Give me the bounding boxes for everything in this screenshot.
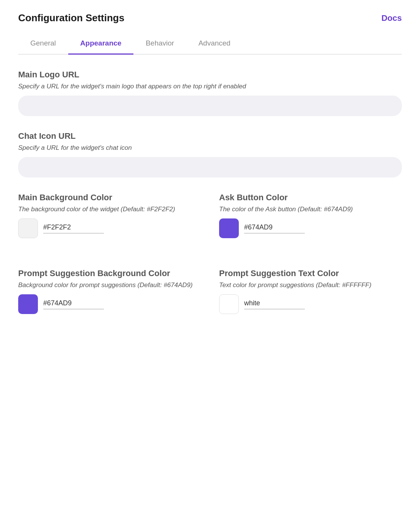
- page-header: Configuration Settings Docs: [18, 12, 402, 24]
- main-logo-desc: Specify a URL for the widget's main logo…: [18, 83, 402, 90]
- prompt-text-color-field: [219, 294, 402, 314]
- ask-button-color-title: Ask Button Color: [219, 193, 402, 203]
- main-bg-color-section: Main Background Color The background col…: [18, 193, 201, 238]
- tab-general[interactable]: General: [18, 33, 68, 55]
- prompt-text-color-input[interactable]: [244, 299, 305, 309]
- main-bg-color-input[interactable]: [43, 223, 104, 234]
- color-row-1: Main Background Color The background col…: [18, 193, 402, 253]
- prompt-text-color-section: Prompt Suggestion Text Color Text color …: [219, 269, 402, 314]
- prompt-bg-color-input[interactable]: [43, 299, 104, 309]
- docs-link[interactable]: Docs: [381, 13, 402, 23]
- chat-icon-title: Chat Icon URL: [18, 131, 402, 141]
- main-bg-color-field: [18, 218, 201, 238]
- prompt-bg-color-title: Prompt Suggestion Background Color: [18, 269, 201, 278]
- prompt-text-color-title: Prompt Suggestion Text Color: [219, 269, 402, 278]
- main-logo-section: Main Logo URL Specify a URL for the widg…: [18, 70, 402, 116]
- chat-icon-desc: Specify a URL for the widget's chat icon: [18, 144, 402, 152]
- ask-button-color-field: [219, 218, 402, 238]
- ask-button-color-input[interactable]: [244, 223, 305, 234]
- ask-button-color-swatch[interactable]: [219, 218, 239, 238]
- tab-behavior[interactable]: Behavior: [133, 33, 186, 55]
- tab-appearance[interactable]: Appearance: [68, 33, 134, 55]
- main-bg-color-swatch[interactable]: [18, 218, 38, 238]
- ask-button-color-section: Ask Button Color The color of the Ask bu…: [219, 193, 402, 238]
- main-logo-input[interactable]: [18, 96, 402, 116]
- main-logo-title: Main Logo URL: [18, 70, 402, 80]
- prompt-bg-color-desc: Background color for prompt suggestions …: [18, 281, 201, 289]
- main-bg-color-desc: The background color of the widget (Defa…: [18, 206, 201, 213]
- chat-icon-input[interactable]: [18, 157, 402, 177]
- tab-bar: General Appearance Behavior Advanced: [18, 33, 402, 55]
- tab-advanced[interactable]: Advanced: [186, 33, 243, 55]
- color-row-2: Prompt Suggestion Background Color Backg…: [18, 269, 402, 329]
- ask-button-color-desc: The color of the Ask button (Default: #6…: [219, 206, 402, 213]
- prompt-bg-color-swatch[interactable]: [18, 294, 38, 314]
- main-bg-color-title: Main Background Color: [18, 193, 201, 203]
- prompt-bg-color-field: [18, 294, 201, 314]
- prompt-bg-color-section: Prompt Suggestion Background Color Backg…: [18, 269, 201, 314]
- prompt-text-color-desc: Text color for prompt suggestions (Defau…: [219, 281, 402, 289]
- prompt-text-color-swatch[interactable]: [219, 294, 239, 314]
- page-title: Configuration Settings: [18, 12, 124, 24]
- chat-icon-section: Chat Icon URL Specify a URL for the widg…: [18, 131, 402, 177]
